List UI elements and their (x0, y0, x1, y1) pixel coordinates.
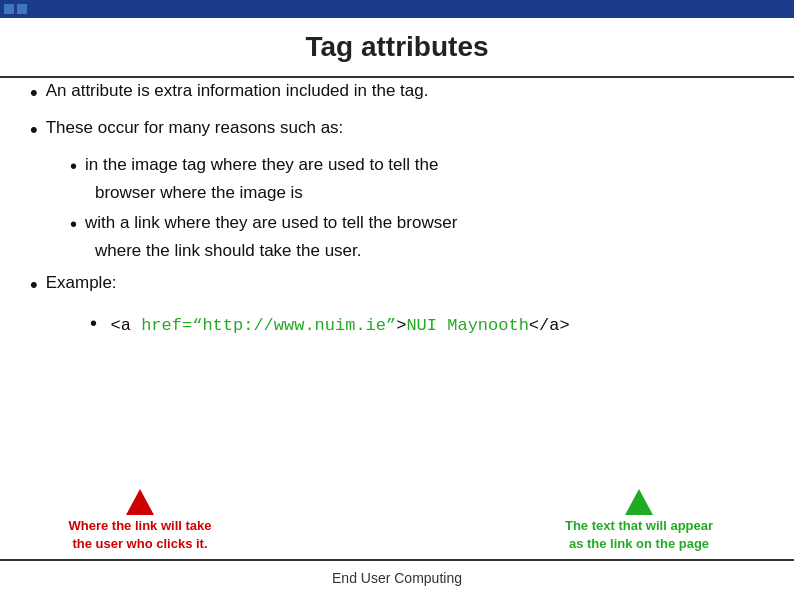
code-suffix: </a> (529, 316, 570, 335)
sub-bullet-2-inner: • with a link where they are used to tel… (70, 210, 764, 238)
bullet-2: • These occur for many reasons such as: (30, 115, 764, 146)
deco-square-1 (4, 4, 14, 14)
deco-square-2 (17, 4, 27, 14)
bullet-3: • Example: (30, 270, 764, 301)
sub-bullet-1-inner: • in the image tag where they are used t… (70, 152, 764, 180)
sub-bullet-2: • with a link where they are used to tel… (70, 210, 764, 264)
top-bar (0, 0, 794, 18)
bullet-1: • An attribute is extra information incl… (30, 78, 764, 109)
sub-text-1-cont: browser where the image is (95, 180, 764, 206)
code-gt: > (396, 316, 406, 335)
bullet-text-2: These occur for many reasons such as: (46, 115, 344, 141)
bullet-dot-1: • (30, 78, 38, 109)
code-prefix: <a (111, 316, 142, 335)
bullet-dot-3: • (30, 270, 38, 301)
code-href-attr: href=“http://www.nuim.ie” (141, 316, 396, 335)
code-example: • <a href=“http://www.nuim.ie”>NUI Mayno… (90, 309, 764, 339)
bullet-dot-2: • (30, 115, 38, 146)
bullet-text-1: An attribute is extra information includ… (46, 78, 429, 104)
main-content: • An attribute is extra information incl… (30, 78, 764, 555)
annotation-right-label: The text that will appearas the link on … (565, 517, 713, 553)
code-link-text: NUI Maynooth (406, 316, 528, 335)
sub-text-2-cont: where the link should take the user. (95, 238, 764, 264)
annotation-right: The text that will appearas the link on … (514, 489, 764, 553)
title-area: Tag attributes (0, 18, 794, 78)
annotation-left-label: Where the link will takethe user who cli… (68, 517, 211, 553)
footer-text: End User Computing (332, 570, 462, 586)
sub-dot-1: • (70, 152, 77, 180)
page-title: Tag attributes (305, 31, 488, 63)
arrow-red (126, 489, 154, 515)
sub-text-1: in the image tag where they are used to … (85, 152, 438, 178)
annotations-area: Where the link will takethe user who cli… (30, 489, 764, 553)
sub-bullet-1: • in the image tag where they are used t… (70, 152, 764, 206)
sub-text-2: with a link where they are used to tell … (85, 210, 457, 236)
footer: End User Computing (0, 559, 794, 595)
arrow-green (625, 489, 653, 515)
top-squares (0, 0, 60, 18)
sub-dot-2: • (70, 210, 77, 238)
annotation-left: Where the link will takethe user who cli… (30, 489, 250, 553)
code-bullet-dot: • (90, 312, 103, 334)
bullet-text-3: Example: (46, 270, 117, 296)
